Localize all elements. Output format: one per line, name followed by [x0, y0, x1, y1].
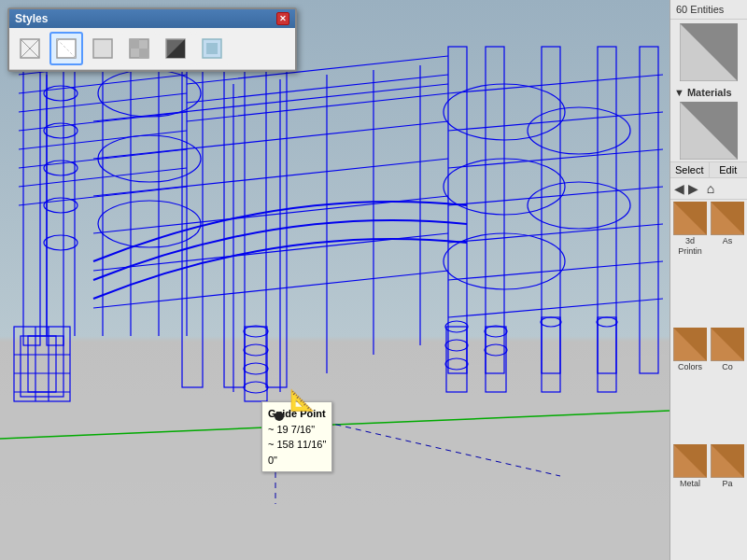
material-3d-printing[interactable]: 3d Printin [672, 202, 708, 326]
material-colors-label: Colors [678, 362, 702, 372]
style-hidden-line-button[interactable] [49, 32, 83, 65]
style-monochrome-button[interactable] [159, 32, 192, 65]
styles-titlebar: Styles ✕ [9, 9, 295, 28]
tooltip-line1: ~ 19 7/16" [268, 422, 326, 438]
material-asphalt[interactable]: As [710, 202, 745, 326]
styles-toolbar [9, 28, 295, 70]
select-edit-bar: Select Edit [670, 161, 747, 178]
material-metal-label: Metal [680, 479, 700, 489]
svg-rect-90 [57, 39, 76, 58]
style-shaded-textures-button[interactable] [122, 32, 156, 65]
style-xray-button[interactable] [195, 32, 229, 65]
material-3d-printing-label: 3d Printin [672, 236, 708, 257]
style-shaded-button[interactable] [86, 32, 120, 65]
material-metal[interactable]: Metal [672, 444, 708, 558]
scene-canvas [0, 0, 669, 560]
main-container: 📐 Guide Point ~ 19 7/16" ~ 158 11/16" 0"… [0, 0, 747, 560]
material-concrete[interactable]: Co [710, 328, 745, 441]
svg-rect-95 [139, 49, 148, 58]
tooltip-line3: 0" [268, 453, 326, 469]
materials-preview [680, 102, 738, 160]
material-grid: 3d Printin As Colors [670, 200, 747, 560]
viewport[interactable]: 📐 Guide Point ~ 19 7/16" ~ 158 11/16" 0"… [0, 0, 669, 560]
material-asphalt-label: As [723, 236, 733, 246]
nav-bar: ◀ ▶ ⌂ [670, 178, 747, 200]
material-pattern-label: Pa [722, 479, 732, 489]
home-icon[interactable]: ⌂ [702, 180, 719, 197]
styles-title: Styles [15, 12, 48, 25]
back-arrow-icon[interactable]: ◀ [674, 181, 684, 196]
style-wireframe-button[interactable] [13, 32, 47, 65]
svg-rect-99 [206, 43, 218, 54]
material-pattern[interactable]: Pa [710, 444, 745, 558]
guide-point-dot [275, 412, 284, 421]
materials-title: ▼ Materials [674, 87, 732, 98]
tape-measure-icon: 📐 [289, 388, 315, 413]
material-concrete-label: Co [722, 362, 733, 372]
forward-arrow-icon[interactable]: ▶ [688, 181, 698, 196]
material-colors[interactable]: Colors [672, 328, 708, 441]
right-panel: 60 Entities ▼ Materials Select Edit ◀ [669, 0, 747, 560]
styles-close-button[interactable]: ✕ [276, 12, 289, 25]
select-button[interactable]: Select [670, 162, 710, 177]
tooltip-line2: ~ 158 11/16" [268, 437, 326, 453]
svg-rect-94 [130, 39, 139, 49]
materials-header: ▼ Materials [670, 85, 747, 100]
edit-button[interactable]: Edit [710, 162, 748, 177]
svg-rect-92 [93, 39, 112, 58]
entities-count: 60 Entities [670, 0, 747, 20]
default-material-preview [680, 23, 738, 81]
styles-window: Styles ✕ [7, 7, 297, 72]
